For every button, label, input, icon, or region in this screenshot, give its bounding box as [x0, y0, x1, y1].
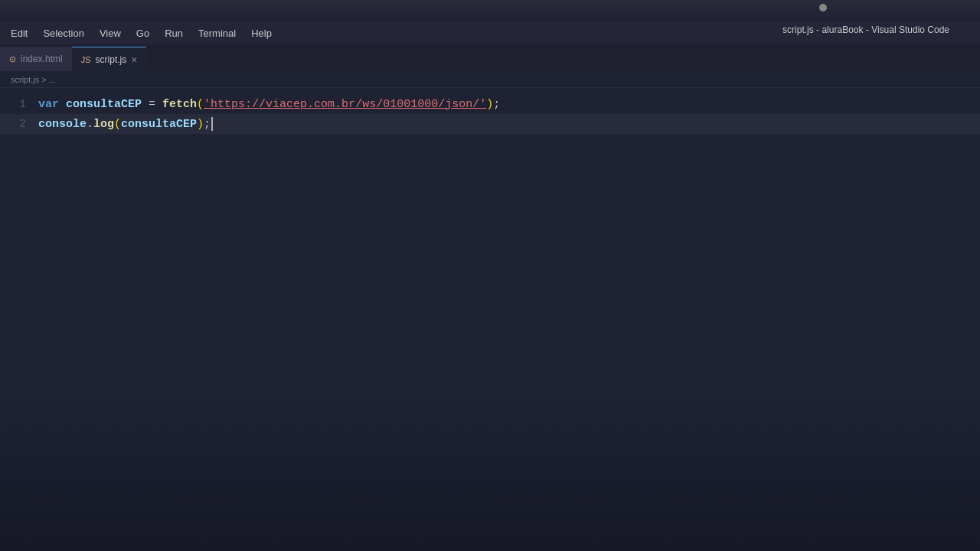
breadcrumb-bar: script.js > ... — [0, 71, 980, 88]
editor-area[interactable]: 1 var consultaCEP = fetch('https://viace… — [0, 88, 980, 140]
code-line-1: 1 var consultaCEP = fetch('https://viace… — [0, 94, 980, 114]
tab-close-button[interactable]: × — [131, 54, 137, 65]
menu-view[interactable]: View — [92, 24, 129, 42]
line-number-1: 1 — [0, 98, 38, 110]
code-line-2: 2 console.log(consultaCEP); — [0, 114, 980, 134]
top-bar — [0, 0, 980, 21]
menu-selection[interactable]: Selection — [35, 24, 91, 42]
menu-help[interactable]: Help — [243, 24, 279, 42]
tabs-bar: ⊙ index.html JS script.js × — [0, 44, 980, 71]
tab-script-js[interactable]: JS script.js × — [72, 47, 147, 71]
tab-label-script: script.js — [96, 54, 127, 65]
menu-go[interactable]: Go — [129, 24, 157, 42]
menu-terminal[interactable]: Terminal — [191, 24, 243, 42]
code-content-1: var consultaCEP = fetch('https://viacep.… — [38, 98, 500, 111]
menu-edit[interactable]: Edit — [3, 24, 35, 42]
html-file-icon: ⊙ — [9, 54, 16, 64]
text-cursor — [211, 117, 213, 131]
tab-label-index: index.html — [21, 54, 63, 64]
menu-run[interactable]: Run — [157, 24, 191, 42]
js-file-icon: JS — [81, 55, 91, 64]
window-title: script.js - aluraBook - Visual Studio Co… — [782, 24, 949, 35]
breadcrumb: script.js > ... — [11, 75, 56, 84]
recording-indicator — [819, 4, 827, 11]
tab-index-html[interactable]: ⊙ index.html — [0, 47, 72, 71]
title-text: script.js - aluraBook - Visual Studio Co… — [782, 24, 949, 35]
line-number-2: 2 — [0, 118, 38, 130]
vignette-overlay — [0, 398, 980, 551]
code-content-2: console.log(consultaCEP); — [38, 117, 213, 131]
